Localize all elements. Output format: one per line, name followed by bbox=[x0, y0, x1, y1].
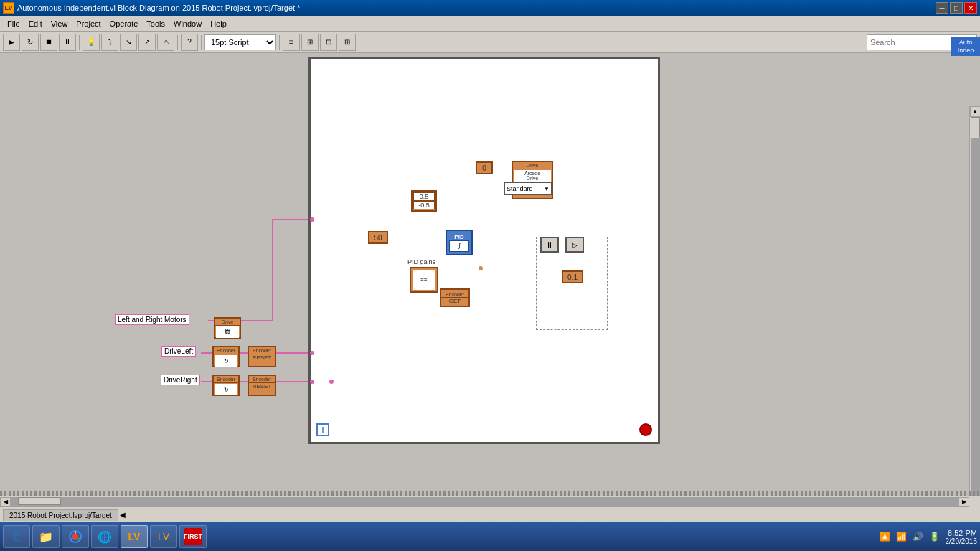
standard-dropdown[interactable]: Standard ▼ bbox=[504, 182, 552, 195]
chrome-icon bbox=[67, 528, 84, 545]
step-out-button[interactable]: ↗ bbox=[138, 34, 156, 51]
context-help-button[interactable]: ? bbox=[181, 34, 198, 51]
battery-icon: 🔋 bbox=[929, 532, 940, 542]
app-icon: LV bbox=[3, 2, 14, 14]
search-input[interactable] bbox=[870, 38, 956, 47]
svg-line-16 bbox=[78, 538, 81, 540]
encoder-block-1[interactable]: Encoder ↻ bbox=[212, 346, 240, 367]
warn-button[interactable]: ⚠ bbox=[157, 34, 174, 51]
menu-window[interactable]: Window bbox=[169, 18, 206, 29]
stop-button[interactable] bbox=[639, 423, 652, 436]
drive-subvi-left[interactable]: Drive 🖼 bbox=[214, 317, 241, 339]
minimize-button[interactable]: ─ bbox=[936, 2, 948, 14]
encoder-reset-block-1[interactable]: Encoder RESET bbox=[248, 346, 276, 367]
step-into-button[interactable]: ↘ bbox=[120, 34, 137, 51]
scrollbar-vertical: ▲ ▼ bbox=[969, 106, 980, 496]
run-button[interactable]: ▶ bbox=[3, 34, 20, 51]
zero-constant[interactable]: 0 bbox=[476, 161, 493, 174]
taskbar-browser2[interactable]: 🌐 bbox=[91, 525, 118, 548]
left-right-motors-label: Left and Right Motors bbox=[115, 315, 189, 324]
menu-operate[interactable]: Operate bbox=[105, 18, 143, 29]
ie-icon: e bbox=[8, 528, 25, 545]
pid-gains-block[interactable]: ≡≡ bbox=[410, 267, 438, 293]
scroll-right-button[interactable]: ▶ bbox=[958, 497, 969, 507]
sep-3 bbox=[201, 35, 202, 50]
sep-4 bbox=[279, 35, 280, 50]
encoder-reset-block-2[interactable]: Encoder RESET bbox=[248, 375, 276, 396]
drive-right-label: DriveRight bbox=[161, 375, 200, 384]
tray-icon-1: 🔼 bbox=[880, 532, 890, 542]
auto-indep-badge: Auto Indep bbox=[951, 37, 980, 56]
junction-2 bbox=[310, 351, 314, 355]
pid-block[interactable]: PID ∫ bbox=[446, 230, 473, 255]
scroll-track-v[interactable] bbox=[971, 117, 980, 496]
status-bar: 2015 Robot Project.lvproj/Target ◀ bbox=[0, 507, 980, 522]
taskbar-first[interactable]: FIRST bbox=[179, 525, 207, 548]
menu-project[interactable]: Project bbox=[72, 18, 105, 29]
taskbar-labview2[interactable]: LV bbox=[150, 525, 177, 548]
taskbar-right: 🔼 📶 🔊 🔋 8:52 PM 2/20/2015 bbox=[880, 529, 978, 545]
svg-line-17 bbox=[70, 538, 73, 540]
toolbar: ▶ ↻ ⏹ ⏸ 💡 ⤵ ↘ ↗ ⚠ ? 15pt Script ≡ ⊞ ⊡ ⊞ … bbox=[0, 32, 980, 53]
title-bar: LV Autonomous Independent.vi Block Diagr… bbox=[0, 0, 980, 16]
browser2-icon: 🌐 bbox=[96, 528, 113, 545]
menu-help[interactable]: Help bbox=[206, 18, 231, 29]
pos-value: 0.5 bbox=[413, 192, 435, 201]
scroll-thumb-v[interactable] bbox=[971, 117, 980, 138]
main-canvas: i Drive ArcadeDrive Standard ▼ 0 0.5 -0.… bbox=[0, 53, 980, 496]
value-block[interactable]: 0.5 -0.5 bbox=[411, 190, 437, 212]
scrollbar-horizontal: ◀ ▶ bbox=[0, 496, 969, 507]
highlight-button[interactable]: 💡 bbox=[83, 34, 100, 51]
labview2-icon: LV bbox=[155, 528, 172, 545]
abort-button[interactable]: ⏹ bbox=[40, 34, 57, 51]
svg-point-14 bbox=[72, 534, 78, 540]
info-icon: i bbox=[316, 423, 329, 436]
close-button[interactable]: ✕ bbox=[964, 2, 977, 14]
scroll-left-button[interactable]: ◀ bbox=[0, 497, 11, 507]
reorder-button[interactable]: ⊞ bbox=[339, 34, 356, 51]
taskbar: e 📁 🌐 LV LV FIRST 🔼 📶 🔊 bbox=[0, 522, 980, 551]
encoder-block-2[interactable]: Encoder ↻ bbox=[212, 375, 240, 396]
sep-2 bbox=[177, 35, 178, 50]
network-icon: 📶 bbox=[896, 532, 907, 542]
scroll-track-h[interactable] bbox=[11, 497, 958, 507]
menu-tools[interactable]: Tools bbox=[142, 18, 169, 29]
diagram-frame: i Drive ArcadeDrive Standard ▼ 0 0.5 -0.… bbox=[308, 57, 660, 444]
distribute-button[interactable]: ⊞ bbox=[301, 34, 319, 51]
run-continuously-button[interactable]: ↻ bbox=[22, 34, 39, 51]
resize-button[interactable]: ⊡ bbox=[320, 34, 337, 51]
clock: 8:52 PM 2/20/2015 bbox=[946, 529, 978, 545]
wait-region bbox=[536, 237, 608, 330]
window-buttons: ─ □ ✕ bbox=[936, 2, 977, 14]
pause-button[interactable]: ⏸ bbox=[59, 34, 76, 51]
menu-file[interactable]: File bbox=[3, 18, 24, 29]
title-text: Autonomous Independent.vi Block Diagram … bbox=[17, 4, 300, 12]
taskbar-explorer[interactable]: 📁 bbox=[32, 525, 60, 548]
menu-view[interactable]: View bbox=[47, 18, 72, 29]
junction-3 bbox=[310, 380, 314, 384]
labview-icon: LV bbox=[126, 528, 143, 545]
canvas-border bbox=[0, 491, 980, 496]
drive-left-label: DriveLeft bbox=[161, 347, 196, 355]
pid-gains-label: PID gains bbox=[407, 258, 435, 265]
project-tab[interactable]: 2015 Robot Project.lvproj/Target bbox=[3, 509, 118, 521]
taskbar-ie[interactable]: e bbox=[3, 525, 30, 548]
explorer-icon: 📁 bbox=[37, 528, 55, 545]
scroll-thumb-h[interactable] bbox=[18, 497, 61, 505]
drive-label: Drive bbox=[513, 162, 552, 169]
taskbar-labview[interactable]: LV bbox=[121, 525, 148, 548]
taskbar-chrome[interactable] bbox=[62, 525, 89, 548]
align-button[interactable]: ≡ bbox=[283, 34, 300, 51]
maximize-button[interactable]: □ bbox=[950, 2, 963, 14]
encoder-get-block[interactable]: Encoder GET bbox=[440, 288, 470, 307]
font-dropdown[interactable]: 15pt Script bbox=[204, 34, 276, 50]
menu-edit[interactable]: Edit bbox=[24, 18, 47, 29]
step-over-button[interactable]: ⤵ bbox=[101, 34, 118, 51]
first-icon: FIRST bbox=[184, 528, 202, 545]
junction-1 bbox=[310, 217, 314, 222]
sep-1 bbox=[79, 35, 80, 50]
arcade-drive-label: ArcadeDrive bbox=[514, 170, 551, 182]
junction-orange-1 bbox=[479, 266, 483, 270]
fifty-constant[interactable]: 50 bbox=[368, 231, 388, 244]
scroll-up-button[interactable]: ▲ bbox=[970, 106, 981, 117]
